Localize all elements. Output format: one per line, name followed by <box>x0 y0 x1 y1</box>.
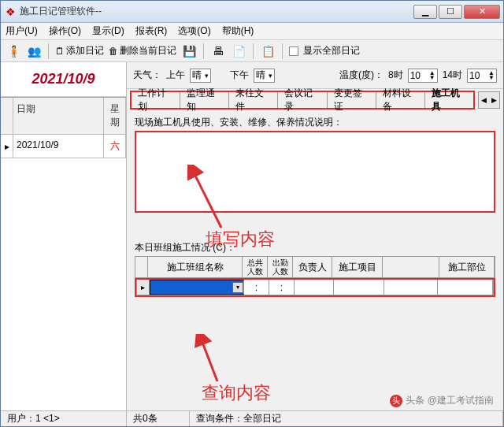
grid-mark-header <box>1 98 13 135</box>
grid-date-header: 日期 <box>13 98 104 135</box>
th-marker <box>135 257 148 277</box>
minimize-button[interactable]: ▁ <box>413 5 437 19</box>
pm-weather-select[interactable]: 晴▾ <box>254 69 275 83</box>
tool-icon-3[interactable]: 📄 <box>231 43 246 59</box>
watermark-logo-icon: 头 <box>390 395 402 407</box>
th-leader: 负责人 <box>293 257 332 277</box>
separator <box>253 43 254 59</box>
annotation-query: 查询内容 <box>202 381 271 405</box>
description-textarea[interactable] <box>135 131 495 213</box>
separator <box>203 43 204 59</box>
svg-line-1 <box>202 340 217 381</box>
section1-label: 现场施工机具使用、安装、维修、保养情况说明： <box>127 111 503 131</box>
show-all-label: 显示全部日记 <box>303 44 360 58</box>
annotation-arrow-2 <box>190 334 229 389</box>
tab-work-plan[interactable]: 工作计划 <box>132 92 180 108</box>
delete-diary-button[interactable]: 🗑删除当前日记 <box>109 44 176 58</box>
status-user: 用户：1 <1> <box>1 411 127 426</box>
th-blank <box>383 257 439 277</box>
cell-blank[interactable] <box>384 280 438 295</box>
cell-attend[interactable]: : <box>269 280 295 295</box>
grid-day-header: 星期 <box>104 98 126 135</box>
watermark-text: 头条 @建工考试指南 <box>406 394 494 407</box>
chevron-down-icon: ▾ <box>269 72 272 80</box>
th-team: 施工班组名称 <box>148 257 243 277</box>
t1-label: 8时 <box>388 69 403 82</box>
weather-label: 天气： <box>133 69 161 82</box>
temp-label: 温度(度)： <box>339 69 384 82</box>
menu-options[interactable]: 选项(O) <box>178 24 210 38</box>
maximize-button[interactable]: ☐ <box>439 5 462 19</box>
titlebar: ❖ 施工日记管理软件-- ▁ ☐ ✕ <box>1 1 503 23</box>
cell-part[interactable] <box>438 280 493 295</box>
am-weather-select[interactable]: 晴▾ <box>190 69 211 83</box>
delete-icon: 🗑 <box>109 46 118 57</box>
cell-leader[interactable] <box>295 280 334 295</box>
tabs-container: 工作计划 监理通知 来往文件 会议记录 变更签证 材料设备 施工机具 <box>130 91 475 110</box>
menu-report[interactable]: 报表(R) <box>135 24 168 38</box>
menu-display[interactable]: 显示(D) <box>92 24 124 38</box>
tool-icon-2[interactable]: 👥 <box>26 43 42 59</box>
separator <box>48 43 49 59</box>
t2-spinner[interactable]: 10▲▼ <box>467 69 497 83</box>
row-day: 六 <box>104 135 126 158</box>
left-pane: 2021/10/9 日期 星期 ▸ 2021/10/9 六 <box>1 62 127 410</box>
th-project: 施工项目 <box>332 257 383 277</box>
tab-nav: ◀ ▶ <box>478 91 500 109</box>
cell-total[interactable]: : <box>244 280 269 295</box>
copy-icon[interactable]: 📋 <box>260 43 276 59</box>
team-table: 施工班组名称 总共人数 出勤人数 负责人 施工项目 施工部位 ▸ ▾ : : <box>135 256 495 297</box>
tab-materials[interactable]: 材料设备 <box>376 92 425 108</box>
pm-label: 下午 <box>230 69 249 82</box>
current-date-header: 2021/10/9 <box>1 62 126 97</box>
chevron-down-icon: ▾ <box>232 282 243 293</box>
chevron-down-icon: ▾ <box>205 72 209 80</box>
tab-meetings[interactable]: 会议记录 <box>278 92 327 108</box>
menu-operate[interactable]: 操作(O) <box>49 24 81 38</box>
row-marker-icon: ▸ <box>1 135 13 158</box>
tab-next-button[interactable]: ▶ <box>489 92 499 108</box>
table-row[interactable]: ▸ ▾ : : <box>136 280 494 295</box>
menubar: 用户(U) 操作(O) 显示(D) 报表(R) 选项(O) 帮助(H) <box>1 23 503 40</box>
cell-project[interactable] <box>334 280 384 295</box>
tab-changes[interactable]: 变更签证 <box>328 92 376 108</box>
show-all-checkbox[interactable] <box>289 46 298 56</box>
menu-help[interactable]: 帮助(H) <box>222 24 254 38</box>
tab-documents[interactable]: 来往文件 <box>229 92 278 108</box>
date-grid: 日期 星期 ▸ 2021/10/9 六 <box>1 97 126 158</box>
add-diary-button[interactable]: 🗒添加日记 <box>55 44 104 58</box>
tab-machinery[interactable]: 施工机具 <box>425 92 473 108</box>
add-icon: 🗒 <box>55 46 65 57</box>
status-count: 共0条 <box>127 411 190 426</box>
statusbar: 用户：1 <1> 共0条 查询条件：全部日记 <box>1 410 503 426</box>
th-total: 总共人数 <box>243 257 268 277</box>
toolbar: 🧍 👥 🗒添加日记 🗑删除当前日记 💾 🖶 📄 📋 显示全部日记 <box>1 40 503 62</box>
row-date: 2021/10/9 <box>13 135 104 158</box>
status-query: 查询条件：全部日记 <box>190 411 503 426</box>
tab-supervision[interactable]: 监理通知 <box>180 92 229 108</box>
section2-label: 本日班组施工情况 (C)： <box>127 236 503 256</box>
th-part: 施工部位 <box>439 257 495 277</box>
window-title: 施工日记管理软件-- <box>20 5 413 18</box>
save-icon[interactable]: 💾 <box>181 43 197 59</box>
close-button[interactable]: ✕ <box>464 5 500 19</box>
tab-prev-button[interactable]: ◀ <box>479 92 489 108</box>
t1-spinner[interactable]: 10▲▼ <box>408 69 438 83</box>
separator <box>282 43 283 59</box>
date-row[interactable]: ▸ 2021/10/9 六 <box>1 135 126 158</box>
team-name-select[interactable]: ▾ <box>150 280 244 295</box>
weather-bar: 天气： 上午 晴▾ 下午 晴▾ 温度(度)： 8时 10▲▼ 14时 10▲▼ <box>127 62 503 89</box>
t2-label: 14时 <box>443 69 462 82</box>
watermark: 头 头条 @建工考试指南 <box>390 394 494 407</box>
am-label: 上午 <box>166 69 185 82</box>
th-attend: 出勤人数 <box>268 257 293 277</box>
menu-user[interactable]: 用户(U) <box>6 24 38 38</box>
row-marker-icon: ▸ <box>137 280 150 295</box>
tool-icon-1[interactable]: 🧍 <box>6 43 21 59</box>
right-pane: 天气： 上午 晴▾ 下午 晴▾ 温度(度)： 8时 10▲▼ 14时 10▲▼ … <box>127 62 503 410</box>
print-icon[interactable]: 🖶 <box>210 43 226 59</box>
app-icon: ❖ <box>4 6 17 18</box>
